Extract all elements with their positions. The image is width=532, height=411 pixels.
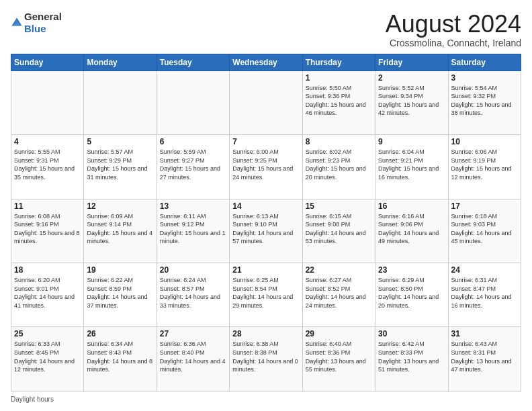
day-number: 26: [87, 329, 153, 338]
day-number: 28: [232, 329, 299, 338]
weekday-header: Saturday: [448, 54, 521, 71]
logo-blue: Blue: [24, 23, 46, 34]
day-number: 7: [232, 137, 299, 146]
weekday-header: Tuesday: [157, 54, 229, 71]
calendar-cell: 10Sunrise: 6:06 AMSunset: 9:19 PMDayligh…: [448, 135, 521, 199]
calendar-cell: 26Sunrise: 6:34 AMSunset: 8:43 PMDayligh…: [84, 327, 157, 392]
day-info: Sunrise: 6:15 AMSunset: 9:08 PMDaylight:…: [306, 212, 372, 246]
day-info: Sunrise: 6:24 AMSunset: 8:57 PMDaylight:…: [160, 276, 226, 310]
calendar-page: General Blue August 2024 Crossmolina, Co…: [0, 0, 532, 411]
calendar-cell: 21Sunrise: 6:25 AMSunset: 8:54 PMDayligh…: [230, 263, 302, 327]
day-number: 27: [160, 329, 226, 338]
day-info: Sunrise: 6:11 AMSunset: 9:12 PMDaylight:…: [160, 212, 226, 246]
day-info: Sunrise: 5:54 AMSunset: 9:32 PMDaylight:…: [451, 84, 518, 118]
calendar-body: 1Sunrise: 5:50 AMSunset: 9:36 PMDaylight…: [11, 71, 521, 391]
day-info: Sunrise: 6:18 AMSunset: 9:03 PMDaylight:…: [451, 212, 518, 246]
calendar-cell: 20Sunrise: 6:24 AMSunset: 8:57 PMDayligh…: [157, 263, 229, 327]
calendar-cell: 31Sunrise: 6:43 AMSunset: 8:31 PMDayligh…: [448, 327, 521, 392]
day-number: 16: [378, 201, 445, 211]
weekday-header: Friday: [375, 54, 448, 71]
weekday-header: Sunday: [11, 54, 84, 71]
calendar-cell: 15Sunrise: 6:15 AMSunset: 9:08 PMDayligh…: [302, 199, 375, 263]
day-info: Sunrise: 6:08 AMSunset: 9:16 PMDaylight:…: [14, 212, 81, 246]
day-number: 1: [306, 73, 372, 83]
day-number: 14: [232, 201, 299, 211]
logo-text: General Blue: [24, 11, 62, 35]
day-info: Sunrise: 6:27 AMSunset: 8:52 PMDaylight:…: [306, 276, 372, 310]
calendar-cell: 23Sunrise: 6:29 AMSunset: 8:50 PMDayligh…: [375, 263, 448, 327]
day-number: 17: [451, 201, 518, 211]
day-number: 29: [306, 329, 372, 338]
calendar-cell: 16Sunrise: 6:16 AMSunset: 9:06 PMDayligh…: [375, 199, 448, 263]
calendar-cell: 25Sunrise: 6:33 AMSunset: 8:45 PMDayligh…: [11, 327, 84, 392]
calendar-cell: 28Sunrise: 6:38 AMSunset: 8:38 PMDayligh…: [230, 327, 302, 392]
day-number: 6: [160, 137, 226, 146]
weekday-row: SundayMondayTuesdayWednesdayThursdayFrid…: [11, 54, 521, 71]
day-number: 30: [378, 329, 445, 338]
day-number: 23: [378, 265, 445, 275]
calendar-cell: 17Sunrise: 6:18 AMSunset: 9:03 PMDayligh…: [448, 199, 521, 263]
day-info: Sunrise: 6:40 AMSunset: 8:36 PMDaylight:…: [306, 340, 372, 373]
day-number: 15: [306, 201, 372, 211]
calendar-subtitle: Crossmolina, Connacht, Ireland: [386, 38, 521, 48]
calendar-week-row: 11Sunrise: 6:08 AMSunset: 9:16 PMDayligh…: [11, 199, 521, 263]
header: General Blue August 2024 Crossmolina, Co…: [11, 11, 521, 48]
day-info: Sunrise: 6:25 AMSunset: 8:54 PMDaylight:…: [232, 276, 299, 310]
day-number: 8: [306, 137, 372, 146]
day-info: Sunrise: 6:13 AMSunset: 9:10 PMDaylight:…: [232, 212, 299, 246]
day-info: Sunrise: 6:34 AMSunset: 8:43 PMDaylight:…: [87, 340, 153, 373]
day-info: Sunrise: 6:20 AMSunset: 9:01 PMDaylight:…: [14, 276, 81, 310]
day-number: 18: [14, 265, 81, 275]
footer: Daylight hours: [11, 396, 521, 403]
day-number: 13: [160, 201, 226, 211]
day-info: Sunrise: 5:52 AMSunset: 9:34 PMDaylight:…: [378, 84, 445, 118]
day-number: 24: [451, 265, 518, 275]
weekday-header: Wednesday: [230, 54, 302, 71]
day-info: Sunrise: 6:02 AMSunset: 9:23 PMDaylight:…: [306, 148, 372, 181]
calendar-cell: [11, 71, 84, 134]
calendar-cell: 19Sunrise: 6:22 AMSunset: 8:59 PMDayligh…: [84, 263, 157, 327]
calendar-week-row: 18Sunrise: 6:20 AMSunset: 9:01 PMDayligh…: [11, 263, 521, 327]
day-number: 11: [14, 201, 81, 211]
day-info: Sunrise: 5:55 AMSunset: 9:31 PMDaylight:…: [14, 148, 81, 181]
calendar-cell: [157, 71, 229, 134]
day-number: 4: [14, 137, 81, 146]
day-number: 9: [378, 137, 445, 146]
day-info: Sunrise: 6:38 AMSunset: 8:38 PMDaylight:…: [232, 340, 299, 373]
day-number: 21: [232, 265, 299, 275]
logo-icon: [11, 17, 23, 29]
day-info: Sunrise: 6:33 AMSunset: 8:45 PMDaylight:…: [14, 340, 81, 373]
calendar-cell: 3Sunrise: 5:54 AMSunset: 9:32 PMDaylight…: [448, 71, 521, 134]
calendar-cell: 4Sunrise: 5:55 AMSunset: 9:31 PMDaylight…: [11, 135, 84, 199]
calendar-cell: 14Sunrise: 6:13 AMSunset: 9:10 PMDayligh…: [230, 199, 302, 263]
day-number: 19: [87, 265, 153, 275]
weekday-header: Thursday: [302, 54, 375, 71]
day-info: Sunrise: 6:00 AMSunset: 9:25 PMDaylight:…: [232, 148, 299, 181]
calendar-week-row: 4Sunrise: 5:55 AMSunset: 9:31 PMDaylight…: [11, 135, 521, 199]
calendar-cell: 1Sunrise: 5:50 AMSunset: 9:36 PMDaylight…: [302, 71, 375, 134]
day-info: Sunrise: 5:50 AMSunset: 9:36 PMDaylight:…: [306, 84, 372, 118]
calendar-cell: 12Sunrise: 6:09 AMSunset: 9:14 PMDayligh…: [84, 199, 157, 263]
calendar-cell: [84, 71, 157, 134]
day-info: Sunrise: 6:29 AMSunset: 8:50 PMDaylight:…: [378, 276, 445, 310]
calendar-header: SundayMondayTuesdayWednesdayThursdayFrid…: [11, 54, 521, 71]
calendar-cell: 13Sunrise: 6:11 AMSunset: 9:12 PMDayligh…: [157, 199, 229, 263]
day-info: Sunrise: 6:43 AMSunset: 8:31 PMDaylight:…: [451, 340, 518, 373]
day-number: 12: [87, 201, 153, 211]
calendar-cell: 24Sunrise: 6:31 AMSunset: 8:47 PMDayligh…: [448, 263, 521, 327]
calendar-cell: 30Sunrise: 6:42 AMSunset: 8:33 PMDayligh…: [375, 327, 448, 392]
logo: General Blue: [11, 11, 62, 35]
weekday-header: Monday: [84, 54, 157, 71]
day-info: Sunrise: 6:36 AMSunset: 8:40 PMDaylight:…: [160, 340, 226, 373]
calendar-cell: [230, 71, 302, 134]
day-info: Sunrise: 6:09 AMSunset: 9:14 PMDaylight:…: [87, 212, 153, 246]
day-number: 2: [378, 73, 445, 83]
calendar-cell: 11Sunrise: 6:08 AMSunset: 9:16 PMDayligh…: [11, 199, 84, 263]
day-number: 22: [306, 265, 372, 275]
day-info: Sunrise: 6:06 AMSunset: 9:19 PMDaylight:…: [451, 148, 518, 181]
calendar-cell: 9Sunrise: 6:04 AMSunset: 9:21 PMDaylight…: [375, 135, 448, 199]
calendar-cell: 22Sunrise: 6:27 AMSunset: 8:52 PMDayligh…: [302, 263, 375, 327]
day-number: 20: [160, 265, 226, 275]
calendar-week-row: 25Sunrise: 6:33 AMSunset: 8:45 PMDayligh…: [11, 327, 521, 392]
day-info: Sunrise: 6:04 AMSunset: 9:21 PMDaylight:…: [378, 148, 445, 181]
